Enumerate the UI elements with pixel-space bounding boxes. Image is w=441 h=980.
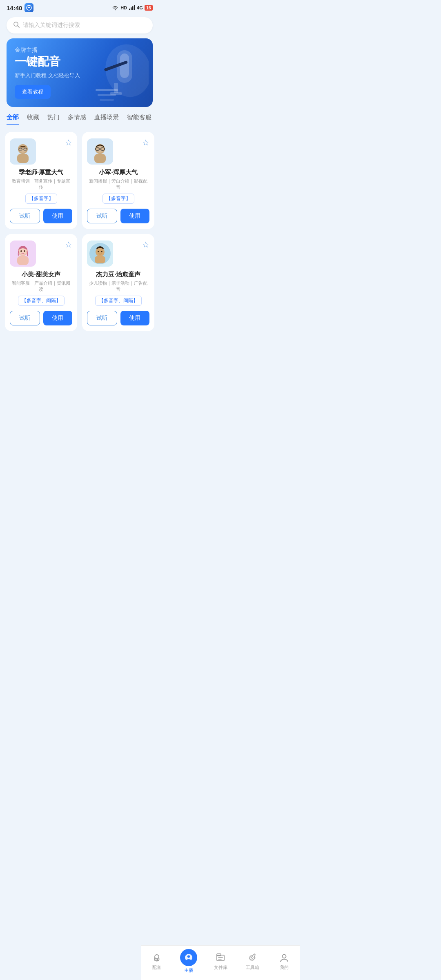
search-placeholder: 请输入关键词进行搜索 [23, 22, 80, 29]
tabs-container: 全部 收藏 热门 多情感 直播场景 智能客服 [0, 114, 159, 125]
favorite-btn-jilao[interactable]: ☆ [65, 138, 72, 147]
tab-hot[interactable]: 热门 [47, 114, 60, 125]
card-btns-xiaomei: 试听 使用 [10, 311, 72, 325]
listen-btn-jilao[interactable]: 试听 [10, 209, 40, 223]
card-avatar-row-xiaojun: ☆ [87, 138, 149, 165]
search-bar[interactable]: 请输入关键词进行搜索 [7, 17, 153, 33]
svg-point-37 [98, 251, 99, 252]
card-tags-jilao: 教育培训｜商务宣传｜专题宣传 [10, 178, 72, 190]
svg-rect-2 [129, 9, 130, 10]
feature-row-xiaomei: 【多音字、间隔】 [10, 296, 72, 311]
banner: 金牌主播 一键配音 新手入门教程 文档轻松导入 查看教程 [7, 38, 153, 107]
svg-line-7 [18, 26, 19, 27]
card-name-jilao: 季老师·厚重大气 [10, 169, 72, 176]
card-tags-xiaojun: 新闻播报｜旁白介绍｜影视配音 [87, 178, 149, 190]
favorite-btn-xiaomei[interactable]: ☆ [65, 241, 72, 249]
tabs-scroll: 全部 收藏 热门 多情感 直播场景 智能客服 [7, 114, 153, 125]
svg-rect-4 [132, 6, 134, 10]
banner-illustration [87, 38, 153, 107]
card-btns-xiaojun: 试听 使用 [87, 209, 149, 223]
card-feature-jielidou: 【多音字、间隔】 [95, 296, 142, 306]
voice-card-jilao: ☆ 季老师·厚重大气 教育培训｜商务宣传｜专题宣传 【多音字】 试听 使用 [5, 132, 77, 229]
mic-illustration [91, 42, 149, 103]
card-tags-jielidou: 少儿读物｜亲子活动｜广告配音 [87, 280, 149, 292]
listen-btn-jielidou[interactable]: 试听 [87, 311, 117, 325]
status-bar: 14:40 HD 4G 16 [0, 0, 159, 14]
voice-card-jielidou: ☆ 杰力豆·治愈童声 少儿读物｜亲子活动｜广告配音 【多音字、间隔】 试听 使用 [82, 234, 154, 331]
banner-button[interactable]: 查看教程 [15, 85, 51, 99]
svg-point-33 [24, 250, 25, 252]
svg-rect-10 [120, 53, 129, 78]
card-name-xiaomei: 小美·甜美女声 [10, 271, 72, 278]
card-feature-xiaojun: 【多音字】 [102, 194, 134, 204]
svg-rect-16 [100, 99, 114, 101]
cards-grid: ☆ 季老师·厚重大气 教育培训｜商务宣传｜专题宣传 【多音字】 试听 使用 [0, 129, 159, 334]
tab-ai[interactable]: 智能客服 [127, 114, 151, 125]
tab-all[interactable]: 全部 [7, 114, 19, 125]
signal-icon [129, 5, 135, 11]
listen-btn-xiaojun[interactable]: 试听 [87, 209, 117, 223]
card-avatar-row-jielidou: ☆ [87, 241, 149, 267]
use-btn-jielidou[interactable]: 使用 [120, 311, 150, 325]
tab-live[interactable]: 直播场景 [94, 114, 119, 125]
search-icon [13, 21, 20, 29]
feature-row-jilao: 【多音字】 [10, 194, 72, 209]
listen-btn-xiaomei[interactable]: 试听 [10, 311, 40, 325]
avatar-xiaojun [87, 138, 113, 165]
svg-rect-5 [134, 5, 135, 10]
favorite-btn-jielidou[interactable]: ☆ [142, 241, 149, 249]
card-name-jielidou: 杰力豆·治愈童声 [87, 271, 149, 278]
tab-emotion[interactable]: 多情感 [68, 114, 86, 125]
svg-rect-14 [96, 89, 118, 91]
card-avatar-row: ☆ [10, 138, 72, 165]
voice-card-xiaojun: ☆ 小军·浑厚大气 新闻播报｜旁白介绍｜影视配音 【多音字】 试听 使用 [82, 132, 154, 229]
svg-point-38 [101, 251, 102, 252]
favorite-btn-xiaojun[interactable]: ☆ [142, 138, 149, 147]
card-tags-xiaomei: 智能客服｜产品介绍｜资讯阅读 [10, 280, 72, 292]
card-feature-xiaomei: 【多音字、间隔】 [18, 296, 65, 306]
avatar-xiaomei [10, 241, 36, 267]
feature-row-xiaojun: 【多音字】 [87, 194, 149, 209]
card-avatar-row-xiaomei: ☆ [10, 241, 72, 267]
card-btns-jielidou: 试听 使用 [87, 311, 149, 325]
tab-fav[interactable]: 收藏 [27, 114, 39, 125]
avatar-jielidou [87, 241, 113, 267]
svg-rect-30 [17, 256, 29, 265]
feature-row-jielidou: 【多音字、间隔】 [87, 296, 149, 311]
status-time: 14:40 [7, 4, 22, 11]
use-btn-jilao[interactable]: 使用 [43, 209, 73, 223]
use-btn-xiaomei[interactable]: 使用 [43, 311, 73, 325]
status-icons: HD 4G 16 [111, 5, 153, 11]
svg-point-1 [115, 9, 116, 10]
avatar-jilao [10, 138, 36, 165]
4g-label: 4G [137, 5, 143, 10]
svg-point-32 [20, 250, 22, 252]
use-btn-xiaojun[interactable]: 使用 [120, 209, 150, 223]
svg-rect-12 [114, 83, 118, 93]
svg-rect-24 [94, 154, 106, 163]
app-icon [24, 3, 33, 12]
svg-rect-15 [98, 94, 116, 96]
voice-card-xiaomei: ☆ 小美·甜美女声 智能客服｜产品介绍｜资讯阅读 【多音字、间隔】 试听 使用 [5, 234, 77, 331]
card-btns-jilao: 试听 使用 [10, 209, 72, 223]
svg-rect-18 [17, 154, 29, 163]
svg-rect-3 [131, 7, 132, 10]
card-name-xiaojun: 小军·浑厚大气 [87, 169, 149, 176]
battery-icon: 16 [145, 5, 153, 11]
svg-rect-36 [95, 256, 105, 263]
card-feature-jilao: 【多音字】 [25, 194, 57, 204]
wifi-icon [111, 5, 119, 11]
hd-label: HD [120, 5, 127, 10]
